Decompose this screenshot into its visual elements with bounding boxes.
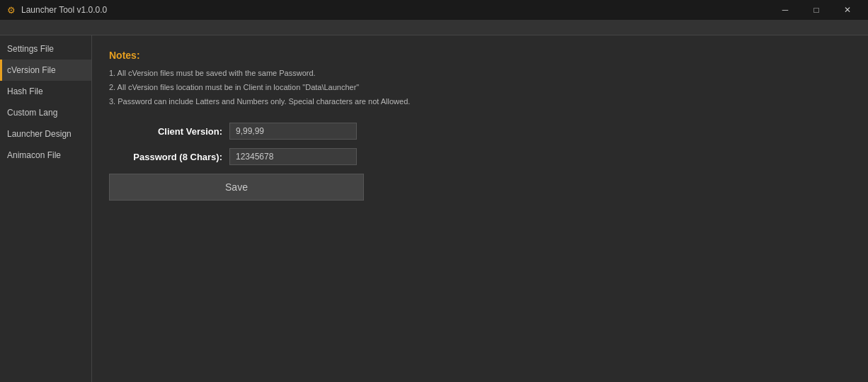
- sidebar-item-label: Hash File: [7, 86, 43, 96]
- sidebar-item-cversion-file[interactable]: cVersion File: [0, 60, 91, 81]
- sidebar-item-label: cVersion File: [7, 65, 56, 75]
- client-version-label: Client Version:: [109, 126, 222, 137]
- main-layout: Settings File cVersion File Hash File Cu…: [0, 35, 868, 382]
- minimize-button[interactable]: ─: [770, 0, 800, 20]
- titlebar-title: Launcher Tool v1.0.0.0: [21, 5, 107, 15]
- save-button[interactable]: Save: [109, 174, 364, 201]
- app-icon: ⚙: [6, 4, 17, 16]
- menubar: [0, 20, 868, 35]
- sidebar-item-settings-file[interactable]: Settings File: [0, 38, 91, 60]
- sidebar: Settings File cVersion File Hash File Cu…: [0, 35, 92, 382]
- note-item: 3. Password can include Latters and Numb…: [109, 95, 851, 109]
- active-indicator: [0, 60, 2, 81]
- sidebar-item-hash-file[interactable]: Hash File: [0, 81, 91, 102]
- password-input[interactable]: [229, 148, 357, 165]
- notes-title: Notes:: [109, 50, 851, 61]
- titlebar: ⚙ Launcher Tool v1.0.0.0 ─ □ ✕: [0, 0, 868, 20]
- sidebar-item-custom-lang[interactable]: Custom Lang: [0, 102, 91, 123]
- content-area: Notes: 1. All cVersion files must be sav…: [92, 35, 868, 382]
- sidebar-item-label: Launcher Design: [7, 129, 72, 139]
- password-row: Password (8 Chars):: [109, 148, 851, 165]
- titlebar-controls: ─ □ ✕: [770, 0, 862, 20]
- sidebar-item-label: Animacon File: [7, 150, 61, 160]
- sidebar-item-animacon-file[interactable]: Animacon File: [0, 145, 91, 166]
- client-version-row: Client Version:: [109, 123, 851, 140]
- sidebar-item-launcher-design[interactable]: Launcher Design: [0, 123, 91, 145]
- password-label: Password (8 Chars):: [109, 152, 222, 162]
- titlebar-left: ⚙ Launcher Tool v1.0.0.0: [6, 4, 107, 16]
- sidebar-item-label: Custom Lang: [7, 108, 57, 118]
- sidebar-item-label: Settings File: [7, 44, 54, 54]
- maximize-button[interactable]: □: [801, 0, 831, 20]
- note-item: 1. All cVersion files must be saved with…: [109, 67, 851, 81]
- close-button[interactable]: ✕: [833, 0, 862, 20]
- notes-list: 1. All cVersion files must be saved with…: [109, 67, 851, 108]
- note-item: 2. All cVersion files location must be i…: [109, 81, 851, 95]
- client-version-input[interactable]: [229, 123, 357, 140]
